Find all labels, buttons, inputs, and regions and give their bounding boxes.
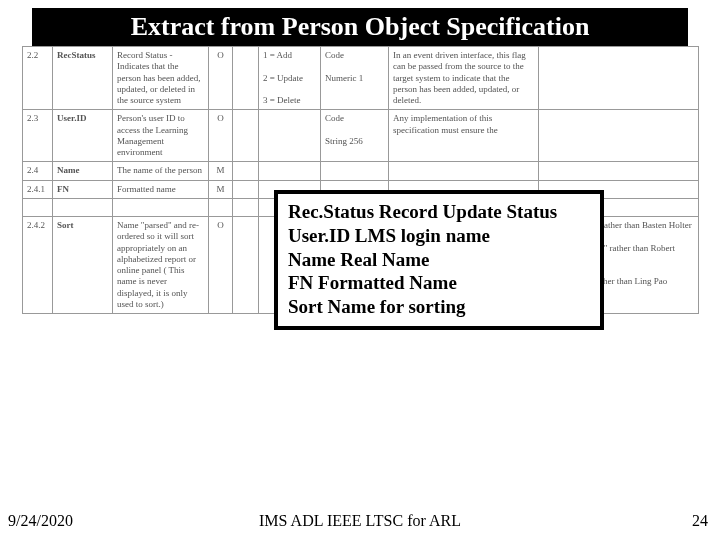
overlay-desc: Name for sorting [323, 296, 466, 317]
table-cell: The name of the person [113, 162, 209, 180]
table-cell: 2.4 [23, 162, 53, 180]
definitions-overlay: Rec.Status Record Update StatusUser.ID L… [274, 190, 604, 330]
table-cell: User.ID [53, 110, 113, 162]
overlay-desc: LMS login name [350, 225, 490, 246]
table-cell [259, 162, 321, 180]
table-row: 2.4NameThe name of the personM [23, 162, 699, 180]
footer-center: IMS ADL IEEE LTSC for ARL [0, 512, 720, 530]
table-cell: Sort [53, 217, 113, 314]
table-cell [539, 162, 699, 180]
table-cell: In an event driven interface, this flag … [389, 47, 539, 110]
table-cell: 2.3 [23, 110, 53, 162]
table-cell [321, 162, 389, 180]
table-cell: Record Status - Indicates that the perso… [113, 47, 209, 110]
table-cell: Person's user ID to access the Learning … [113, 110, 209, 162]
table-row: 2.2RecStatusRecord Status - Indicates th… [23, 47, 699, 110]
table-cell: Name "parsed" and re-ordered so it will … [113, 217, 209, 314]
table-cell [233, 198, 259, 216]
table-cell: 2.4.1 [23, 180, 53, 198]
overlay-row: User.ID LMS login name [288, 224, 590, 248]
table-cell: 1 = Add2 = Update3 = Delete [259, 47, 321, 110]
table-cell [233, 217, 259, 314]
overlay-term: Rec.Status [288, 201, 374, 222]
table-cell [539, 47, 699, 110]
table-cell [233, 110, 259, 162]
overlay-term: User.ID [288, 225, 350, 246]
overlay-row: Name Real Name [288, 248, 590, 272]
overlay-row: Sort Name for sorting [288, 295, 590, 319]
overlay-row: FN Formatted Name [288, 271, 590, 295]
table-cell: FN [53, 180, 113, 198]
overlay-desc: Real Name [335, 249, 429, 270]
table-cell [53, 198, 113, 216]
table-cell: O [209, 217, 233, 314]
table-cell: M [209, 180, 233, 198]
table-cell: M [209, 162, 233, 180]
page-title: Extract from Person Object Specification [34, 10, 686, 44]
table-cell [539, 110, 699, 162]
overlay-desc: Record Update Status [374, 201, 557, 222]
table-cell [233, 47, 259, 110]
table-cell: CodeString 256 [321, 110, 389, 162]
table-cell [209, 198, 233, 216]
table-cell [113, 198, 209, 216]
table-cell: Name [53, 162, 113, 180]
overlay-term: Sort [288, 296, 323, 317]
table-cell: RecStatus [53, 47, 113, 110]
overlay-desc: Formatted Name [313, 272, 457, 293]
table-cell: Formatted name [113, 180, 209, 198]
title-bar: Extract from Person Object Specification [32, 8, 688, 46]
table-row: 2.3User.IDPerson's user ID to access the… [23, 110, 699, 162]
table-cell: 2.2 [23, 47, 53, 110]
table-cell: CodeNumeric 1 [321, 47, 389, 110]
footer-page-number: 24 [692, 512, 708, 530]
table-cell: O [209, 47, 233, 110]
table-cell [389, 162, 539, 180]
overlay-row: Rec.Status Record Update Status [288, 200, 590, 224]
table-cell: Any implementation of this specification… [389, 110, 539, 162]
table-cell: 2.4.2 [23, 217, 53, 314]
table-cell: O [209, 110, 233, 162]
overlay-term: FN [288, 272, 313, 293]
table-cell [233, 180, 259, 198]
overlay-term: Name [288, 249, 335, 270]
table-cell [23, 198, 53, 216]
table-cell [259, 110, 321, 162]
table-cell [233, 162, 259, 180]
